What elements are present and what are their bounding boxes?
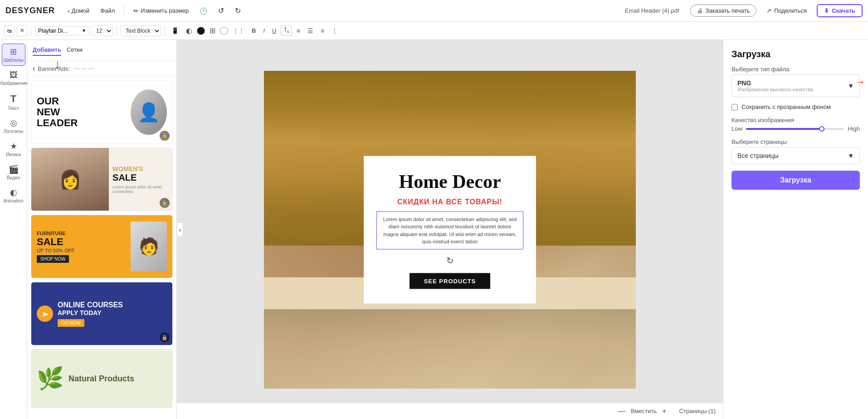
icons-icon: ★	[10, 141, 17, 151]
pencil-icon: ✏	[133, 7, 139, 15]
file-name: Email Header (4).pdf	[625, 7, 679, 14]
file-type-label: Выберите тип файла	[731, 66, 860, 73]
italic-btn[interactable]: I	[260, 25, 268, 36]
contrast-btn[interactable]: ◐	[183, 25, 195, 37]
nav-resize[interactable]: ✏ Изменить размер	[130, 5, 192, 16]
online-courses-text: ONLINE COURSES	[58, 301, 123, 309]
toolbar-x-icon[interactable]: ✕	[16, 25, 27, 36]
quality-label: Качество изображения	[731, 117, 860, 123]
lock-badge-3: 🔒	[160, 332, 170, 342]
panel-tab-grids[interactable]: Сетки	[67, 44, 83, 56]
nav-undo[interactable]: ↺	[215, 5, 228, 17]
leaf-icon: 🌿	[37, 366, 64, 391]
template-card-womens-sale[interactable]: 👩 WOMEN'S SALE Lorem ipsum dolor sit ame…	[31, 148, 173, 211]
color-black[interactable]	[197, 27, 205, 35]
lorem-text[interactable]: Lorem ipsum dolor sit amet, consectetuer…	[376, 211, 523, 249]
top-nav: DESYGNER ‹ Домой Файл ✏ Изменить размер …	[0, 0, 868, 22]
download-button[interactable]: ⬇ Скачать	[817, 4, 863, 17]
list-btn[interactable]: ⋮⋮	[230, 25, 247, 36]
zoom-plus-icon[interactable]: +	[662, 407, 666, 415]
breadcrumb-back[interactable]: ‹	[33, 64, 35, 73]
transparent-label: Сохранить с прозрачным фоном	[741, 104, 831, 110]
logo: DESYGNER	[5, 6, 55, 15]
more-options-btn[interactable]: ⊞	[207, 25, 218, 37]
template-grid: OURNEWLEADER 👤 🔒 👩 WOMEN'S SALE Lorem ip…	[27, 77, 176, 419]
text-type-btn[interactable]: Tx	[281, 25, 292, 35]
sidebar-item-logos[interactable]: ◎ Логотипы	[2, 115, 25, 137]
nav-file[interactable]: Файл	[97, 5, 118, 16]
toolbar-sep-2	[117, 26, 117, 36]
toolbar-sep-1	[31, 26, 31, 36]
design-card: Home Decor СКИДКИ НА ВСЕ ТОВАРЫ! Lorem i…	[364, 156, 536, 303]
discount-text: СКИДКИ НА ВСЕ ТОВАРЫ!	[397, 197, 502, 206]
nav-divider-1	[124, 5, 124, 16]
file-type-dropdown[interactable]: PNG Изображение высокого качества ▼	[731, 74, 860, 97]
sidebar-item-video[interactable]: 🎬 Видео	[2, 162, 25, 183]
printer-icon: 🖨	[697, 7, 703, 14]
underline-btn[interactable]: U	[269, 25, 279, 36]
download-action-btn[interactable]: Загрузка	[731, 171, 860, 190]
quality-high: High	[848, 125, 860, 132]
bold-btn[interactable]: B	[249, 25, 258, 36]
furniture-text-area: FURNITURE SALE UP TO 50% OFF SHOP NOW	[37, 231, 125, 263]
template-card-our-new-leader[interactable]: OURNEWLEADER 👤 🔒	[31, 80, 173, 144]
nav-home[interactable]: ‹ Домой	[64, 5, 93, 16]
align-right-btn[interactable]: ⋮	[329, 25, 341, 36]
sidebar-item-templates[interactable]: ⊞ Шаблоны	[2, 44, 25, 66]
zoom-minus-icon[interactable]: —	[618, 407, 625, 415]
pages-dropdown[interactable]: Все страницы ▼	[731, 147, 860, 164]
panel-collapse-btn[interactable]: ‹	[177, 222, 183, 237]
spinner-icon[interactable]: ↻	[446, 255, 454, 266]
red-arrow-download: →	[855, 76, 865, 88]
fit-label: Вместить	[631, 408, 657, 414]
text-icon: T	[10, 93, 16, 105]
templates-icon: ⊞	[10, 47, 17, 57]
bottom-bar: — Вместить + Страницы (1)	[177, 403, 723, 419]
file-type-sub: Изображение высокого качества	[737, 87, 813, 92]
mobile-preview-btn[interactable]: 📱	[169, 25, 181, 36]
list-ordered-btn[interactable]: ☰	[305, 25, 316, 36]
furniture-person: 🧑	[131, 222, 167, 271]
chevron-down-icon: ▼	[82, 28, 86, 33]
quality-slider-thumb	[819, 126, 824, 132]
file-type-value: PNG	[737, 79, 813, 87]
list-unordered-btn[interactable]: ≡	[294, 25, 303, 36]
furniture-label: FURNITURE	[37, 231, 125, 236]
chevron-down-icon-3: ▼	[848, 152, 854, 159]
download-title-row: Загрузка →	[731, 49, 860, 59]
images-icon: 🖼	[10, 70, 18, 80]
template-card-online-courses[interactable]: ▶ ONLINE COURSES APPLY TODAY GO NOW 🔒	[31, 282, 173, 345]
womens-sale-text: SALE	[112, 173, 169, 183]
font-size-select[interactable]: 12	[91, 25, 113, 36]
toolbar-bag-icon[interactable]: 🛍	[4, 25, 15, 36]
shop-now-btn: SHOP NOW	[37, 255, 69, 263]
text-block-select[interactable]: Text Block	[121, 25, 161, 36]
align-left-btn[interactable]: ≡	[318, 25, 327, 36]
see-products-button[interactable]: SEE PRODUCTS	[410, 273, 491, 289]
sidebar-item-text[interactable]: T Текст	[2, 90, 25, 113]
share-icon: ↗	[766, 7, 771, 14]
left-sidebar: ⊞ Шаблоны 🖼 Изображения T Текст ◎ Логоти…	[0, 40, 27, 419]
print-button[interactable]: 🖨 Заказать печать	[690, 5, 757, 17]
pages-section: Выберите страницы Все страницы ▼	[731, 138, 860, 164]
font-selector[interactable]: Playfair Di... ▼	[35, 26, 89, 35]
template-card-natural[interactable]: 🌿 Natural Products	[31, 349, 173, 408]
logos-icon: ◎	[10, 118, 17, 128]
nav-history[interactable]: 🕐	[196, 5, 211, 16]
sidebar-item-animation[interactable]: ◐ Animation	[2, 185, 25, 206]
panel-tab-add[interactable]: Добавить	[33, 44, 61, 56]
quality-slider[interactable]	[746, 128, 844, 130]
animation-icon: ◐	[10, 187, 17, 197]
sidebar-item-icons[interactable]: ★ Иконка	[2, 138, 25, 160]
template-panel: Добавить Сетки ↓ ‹ Banner Ads: — — — OUR…	[27, 40, 177, 419]
share-button[interactable]: ↗ Поделиться	[760, 5, 813, 16]
template-card-furniture[interactable]: FURNITURE SALE UP TO 50% OFF SHOP NOW 🧑	[31, 215, 173, 278]
sidebar-item-images[interactable]: 🖼 Изображения	[2, 68, 25, 89]
play-button: ▶	[37, 306, 53, 322]
quality-slider-row: Low High	[731, 125, 860, 132]
nav-redo[interactable]: ↻	[231, 5, 244, 17]
redo-icon: ↻	[235, 6, 241, 15]
color-white[interactable]	[220, 27, 228, 35]
transparent-checkbox[interactable]	[731, 104, 738, 110]
chevron-down-icon-2: ▼	[848, 82, 854, 89]
